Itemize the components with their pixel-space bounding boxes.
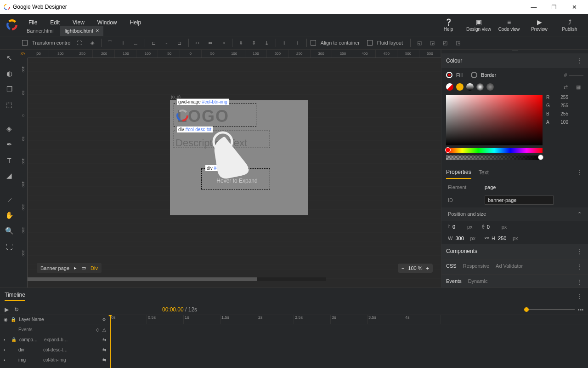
fluid-3-icon[interactable]: ◰: [440, 38, 450, 48]
css-panel-header[interactable]: CSSResponsiveAd Validator ⋮: [441, 259, 588, 274]
tab-dynamic[interactable]: Dynamic: [468, 278, 488, 286]
menu-view[interactable]: View: [66, 19, 91, 26]
timeline-layer-row[interactable]: ▪🔒compo…expand-b…⇆: [0, 334, 110, 345]
colour-panel-header[interactable]: Colour ⋮: [441, 53, 588, 68]
panel-menu-icon[interactable]: ⋮: [577, 57, 583, 64]
b-value[interactable]: 255: [560, 111, 568, 116]
keyframe-mode-icon[interactable]: ▪▪▪: [577, 306, 583, 313]
panel-menu-icon[interactable]: ⋮: [577, 293, 583, 300]
loop-button[interactable]: ↻: [14, 306, 19, 313]
alpha-slider[interactable]: [446, 155, 543, 160]
align-bottom-icon[interactable]: ⎵: [131, 38, 141, 48]
file-tab-banner[interactable]: Banner.html: [22, 26, 58, 36]
fluid-1-icon[interactable]: ◱: [414, 38, 424, 48]
play-button[interactable]: ▶: [5, 306, 9, 313]
text-tool-icon[interactable]: T: [4, 155, 15, 166]
line-tool-icon[interactable]: ⟋: [4, 194, 15, 205]
element-tool-icon[interactable]: ⬚: [4, 99, 15, 110]
breadcrumb-page[interactable]: Banner page: [40, 265, 69, 271]
fluid-4-icon[interactable]: ◳: [453, 38, 463, 48]
timeline-tracks[interactable]: 0s0.5s1s1.5s2s2.5s3s3.5s4s: [110, 315, 588, 368]
selection-tool-icon[interactable]: ↖: [4, 52, 15, 63]
hand-tool-icon[interactable]: ✋: [4, 210, 15, 221]
artboard[interactable]: gwd-image #col-btn-img LOGO div #col-des…: [170, 100, 308, 215]
swatch-library-icon[interactable]: ▦: [573, 82, 583, 92]
3d-translate-tool-icon[interactable]: ❒: [4, 84, 15, 95]
hex-input[interactable]: #: [564, 72, 583, 78]
tab-responsive[interactable]: Responsive: [463, 263, 489, 270]
distribute-hr-icon[interactable]: ⇥: [218, 38, 228, 48]
swatch-linear-icon[interactable]: [466, 83, 474, 91]
transform-origin-icon[interactable]: ◈: [87, 38, 97, 48]
panel-menu-icon[interactable]: ⋮: [577, 263, 583, 270]
playhead[interactable]: [110, 315, 111, 368]
align-right-icon[interactable]: ⊐: [175, 38, 185, 48]
fill-tool-icon[interactable]: ◢: [4, 170, 15, 181]
lock-icon[interactable]: 🔒: [11, 317, 16, 322]
align-hcenter-icon[interactable]: ⫠: [162, 38, 172, 48]
swatch-pattern-icon[interactable]: [486, 83, 494, 91]
zoom-tool-icon[interactable]: 🔍: [4, 225, 15, 236]
close-button[interactable]: ✕: [564, 4, 584, 11]
eye-icon[interactable]: ◉: [4, 317, 8, 322]
swatch-none-icon[interactable]: [446, 83, 453, 91]
diamond-icon[interactable]: ◇: [96, 327, 100, 332]
pen-tool-icon[interactable]: ✒: [4, 139, 15, 150]
h-value[interactable]: 250: [498, 236, 510, 241]
tab-ad-validator[interactable]: Ad Validator: [496, 263, 523, 270]
layer-options-icon[interactable]: ⇆: [102, 347, 106, 352]
zoom-out-button[interactable]: −: [401, 265, 404, 271]
align-container-checkbox[interactable]: [311, 40, 316, 46]
id-input[interactable]: [485, 196, 554, 205]
help-button[interactable]: ❔Help: [434, 15, 463, 35]
distribute-vb-icon[interactable]: ⤓: [262, 38, 272, 48]
breadcrumb-element[interactable]: Div: [90, 265, 98, 271]
colour-picker-canvas[interactable]: [446, 95, 543, 145]
w-value[interactable]: 300: [455, 236, 467, 241]
fluid-2-icon[interactable]: ◲: [427, 38, 437, 48]
panel-menu-icon[interactable]: ⋮: [577, 278, 583, 286]
zoom-value[interactable]: 100 %: [408, 265, 422, 271]
g-value[interactable]: 255: [560, 103, 568, 108]
link-icon[interactable]: ⚯: [485, 235, 489, 241]
file-tab-lightbox[interactable]: lightbox.html×: [60, 26, 104, 36]
horizontal-scrollbar[interactable]: [28, 277, 326, 281]
close-tab-icon[interactable]: ×: [96, 28, 99, 34]
fill-radio[interactable]: [446, 72, 452, 78]
fluid-layout-checkbox[interactable]: [367, 40, 373, 46]
r-value[interactable]: 255: [560, 95, 568, 100]
transform-checkbox[interactable]: [22, 40, 28, 46]
publish-button[interactable]: ⤴Publish: [555, 15, 584, 35]
tab-properties[interactable]: Properties: [446, 169, 471, 179]
layer-options-icon[interactable]: ⇆: [102, 357, 106, 362]
menu-help[interactable]: Help: [124, 19, 148, 26]
tag-tool-icon[interactable]: ◈: [4, 123, 15, 134]
align-vcenter-icon[interactable]: ⫲: [118, 38, 128, 48]
x-value[interactable]: 0: [452, 224, 464, 230]
zoom-slider[interactable]: ▪▪▪: [524, 306, 583, 313]
eyedropper-icon[interactable]: ⇄: [560, 82, 571, 92]
layer-options-icon[interactable]: ⇆: [102, 337, 106, 342]
a-value[interactable]: 100: [560, 120, 568, 125]
position-size-header[interactable]: Position and size⌃: [441, 207, 588, 221]
components-panel-header[interactable]: Components⋮: [441, 244, 588, 259]
gear-icon[interactable]: ⚙: [102, 317, 106, 322]
breadcrumb[interactable]: Banner page ▸ ▭ Div: [37, 263, 102, 273]
tab-text[interactable]: Text: [479, 169, 489, 178]
swatch-solid[interactable]: [456, 83, 464, 91]
maximize-button[interactable]: ☐: [544, 4, 564, 11]
y-value[interactable]: 0: [487, 224, 499, 230]
code-view-button[interactable]: ≡Code view: [494, 15, 524, 35]
events-panel-header[interactable]: EventsDynamic ⋮: [441, 274, 588, 288]
canvas[interactable]: XY |00-300-250-200-150-100-5005010015020…: [18, 50, 441, 288]
hue-slider[interactable]: [446, 148, 543, 153]
bounding-box-icon[interactable]: ⛶: [74, 38, 85, 48]
timeline-layer-row[interactable]: ▪imgcol-btn-img⇆: [0, 355, 110, 365]
space-v-icon[interactable]: ⫲: [293, 38, 303, 48]
swatch-radial-icon[interactable]: [476, 83, 484, 91]
panel-menu-icon[interactable]: ⋮: [577, 248, 583, 255]
menu-window[interactable]: Window: [91, 19, 124, 26]
panel-grip-icon[interactable]: [510, 51, 520, 52]
distribute-vc-icon[interactable]: ⇕: [249, 38, 259, 48]
minimize-button[interactable]: —: [524, 4, 544, 11]
